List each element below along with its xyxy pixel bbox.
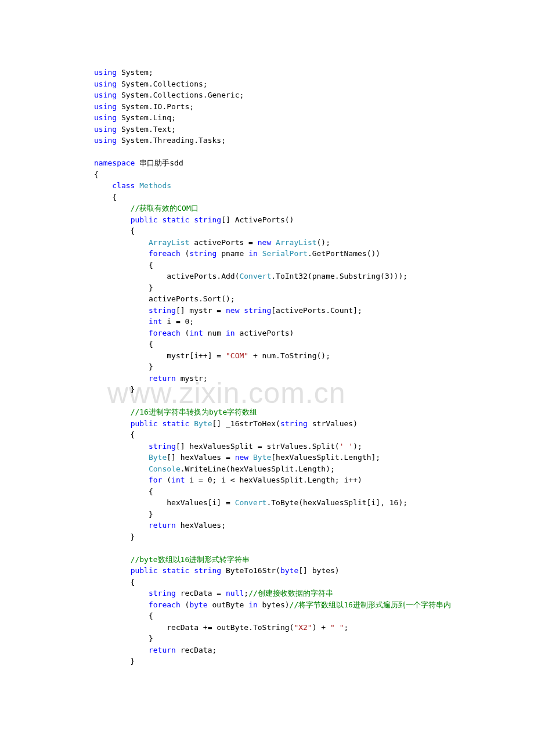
keyword: string [189,249,217,258]
keyword: string [194,215,221,224]
code-text [248,453,253,462]
code-text [94,453,149,462]
keyword: return [149,521,176,530]
code-text: mystr; [176,374,208,383]
code-text: [activePorts.Count]; [271,306,362,315]
keyword: using [94,125,117,134]
keyword: using [94,136,117,145]
code-text [271,238,276,247]
code-text: } [94,510,153,519]
comment: //将字节数组以16进制形式遍历到一个字符串内 [290,600,451,609]
keyword: class [112,181,135,190]
code-text: outByte [208,600,248,609]
type: Methods [139,181,171,190]
code-text: } [94,634,153,643]
code-text: mystr[i++] = [94,351,226,360]
code-text: { [94,261,153,269]
code-text [94,215,131,224]
code-block: using System; using System.Collections; … [94,67,482,667]
code-text [94,181,112,190]
code-text: { [94,430,135,439]
code-text: recData += outByte.ToString( [94,623,294,632]
code-text: ( [181,600,190,609]
keyword: namespace [94,159,135,167]
code-text [94,306,149,315]
keyword: in [248,600,258,609]
code-text: System.Linq; [117,113,176,122]
keyword: static [162,215,189,224]
keyword: byte [189,600,207,609]
keyword: new [226,306,239,315]
code-text: System.Text; [117,125,176,134]
code-text: { [94,578,135,586]
code-text: .ToByte(hexValuesSplit[i], 16); [266,498,407,507]
keyword: for [149,476,162,484]
code-text: pname [217,249,248,258]
keyword: new [258,238,271,247]
string: ' ' [340,442,353,451]
keyword: return [149,646,176,654]
code-text: hexValues; [176,521,226,530]
comment: //byte数组以16进制形式转字符串 [131,555,250,564]
string: "X2" [294,623,312,632]
keyword: int [149,317,162,326]
code-text: } [94,385,135,394]
code-text: [] _16strToHex( [212,419,280,428]
code-text [94,600,149,609]
type: Convert [235,498,267,507]
keyword: public [131,566,158,575]
code-text: { [94,340,153,348]
code-text [94,204,131,213]
code-text: activePorts.Sort(); [94,294,235,303]
code-text: [hexValuesSplit.Length]; [271,453,380,462]
code-text: hexValues[i] = [94,498,235,507]
code-text: { [94,170,99,179]
type: Convert [239,272,271,280]
keyword: using [94,113,117,122]
code-text: recData; [176,646,217,654]
code-text: [] ActivePorts() [221,215,294,224]
code-text [94,589,149,597]
code-text: ; [344,623,348,632]
code-text: { [94,611,153,620]
keyword: public [131,215,158,224]
keyword: string [149,442,176,451]
code-text: strValues) [308,419,358,428]
code-text: activePorts.Add( [94,272,239,280]
code-text: activePorts) [235,329,294,337]
code-text [94,465,149,473]
code-text: num [203,329,226,337]
keyword: int [171,476,185,484]
code-text: { [94,193,117,201]
keyword: static [162,566,189,575]
code-text [94,419,131,428]
type: SerialPort [262,249,308,258]
code-text: System; [117,68,153,77]
code-text [94,374,149,383]
type: Byte [253,453,271,462]
code-text: ) + [312,623,330,632]
code-text: ( [162,476,171,484]
code-text [94,442,149,451]
keyword: byte [280,566,298,575]
code-text: } [94,657,135,665]
code-text: (); [317,238,330,247]
keyword: using [94,80,117,88]
code-text: .WriteLine(hexValuesSplit.Length); [181,465,335,473]
keyword: string [149,589,176,597]
code-text [94,646,149,654]
string: "COM" [226,351,248,360]
keyword: null [226,589,244,597]
code-text: ( [181,249,190,258]
comment: //16进制字符串转换为byte字符数组 [131,408,258,416]
code-text [94,408,131,416]
keyword: new [235,453,248,462]
keyword: foreach [149,329,181,337]
keyword: string [280,419,308,428]
code-text: } [94,283,153,292]
keyword: string [149,306,176,315]
code-text: + num.ToString(); [248,351,330,360]
code-text: ); [353,442,362,451]
type: Byte [149,453,167,462]
keyword: public [131,419,158,428]
